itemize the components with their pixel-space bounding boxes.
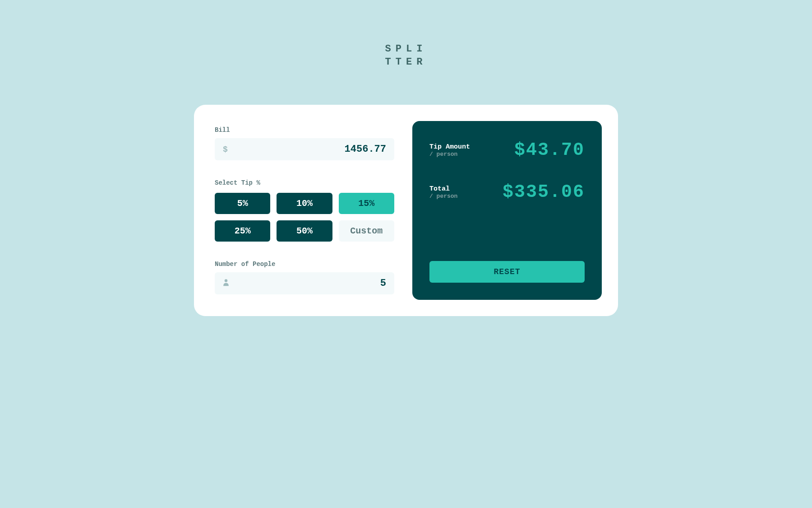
tip-amount-label: Tip Amount: [429, 143, 470, 151]
bill-input[interactable]: [215, 138, 394, 160]
bill-input-wrapper: $: [215, 138, 394, 160]
tip-amount-label-group: Tip Amount / person: [429, 143, 470, 158]
calculator-card: Bill $ Select Tip % 5% 10% 15% 25% 50% N…: [194, 105, 618, 316]
tip-custom-input[interactable]: [339, 220, 394, 242]
bill-label: Bill: [215, 126, 394, 134]
tip-amount-sublabel: / person: [429, 151, 470, 158]
tip-label: Select Tip %: [215, 179, 394, 186]
tip-amount-row: Tip Amount / person $43.70: [429, 140, 585, 160]
results-panel: Tip Amount / person $43.70 Total / perso…: [412, 121, 602, 300]
tip-button-10[interactable]: 10%: [277, 193, 332, 214]
dollar-icon: $: [223, 145, 228, 154]
tip-button-15[interactable]: 15%: [339, 193, 394, 214]
svg-point-0: [225, 279, 227, 282]
bill-section: Bill $: [215, 126, 394, 179]
tip-amount-value: $43.70: [514, 140, 585, 160]
app-logo: SPLI TTER: [385, 43, 427, 69]
total-label-group: Total / person: [429, 185, 457, 200]
tip-button-50[interactable]: 50%: [277, 220, 332, 242]
logo-line-1: SPLI: [385, 43, 427, 56]
total-sublabel: / person: [429, 193, 457, 200]
logo-line-2: TTER: [385, 56, 427, 69]
inputs-panel: Bill $ Select Tip % 5% 10% 15% 25% 50% N…: [210, 121, 396, 300]
total-row: Total / person $335.06: [429, 182, 585, 202]
tip-button-25[interactable]: 25%: [215, 220, 270, 242]
people-input-wrapper: [215, 272, 394, 294]
total-value: $335.06: [503, 182, 585, 202]
people-section: Number of People: [215, 261, 394, 294]
people-input[interactable]: [215, 272, 394, 294]
tip-section: Select Tip % 5% 10% 15% 25% 50%: [215, 179, 394, 242]
total-label: Total: [429, 185, 457, 193]
tip-grid: 5% 10% 15% 25% 50%: [215, 193, 394, 242]
reset-button[interactable]: RESET: [429, 261, 585, 283]
people-label: Number of People: [215, 261, 394, 268]
person-icon: [223, 279, 229, 288]
tip-button-5[interactable]: 5%: [215, 193, 270, 214]
